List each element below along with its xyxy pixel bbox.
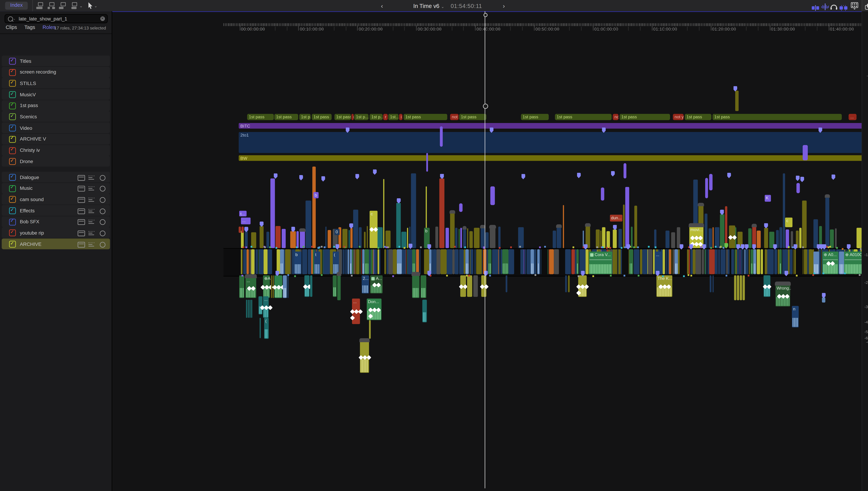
connected-clip[interactable]	[276, 226, 281, 248]
audio-components-icon[interactable]	[88, 219, 95, 224]
connected-clip[interactable]	[470, 231, 473, 248]
storyline-clip[interactable]	[447, 249, 452, 274]
marker-pin[interactable]	[611, 171, 615, 176]
role-row-effects[interactable]: Effects	[2, 205, 110, 216]
role-row-cam-sound[interactable]: cam sound	[2, 194, 110, 205]
focus-role-icon[interactable]	[100, 186, 106, 192]
storyline-clip[interactable]	[377, 249, 379, 274]
storyline-clip[interactable]	[431, 249, 433, 274]
storyline-clip[interactable]	[540, 249, 540, 274]
effects-browser-icon[interactable]	[865, 2, 868, 12]
storyline-clip[interactable]	[554, 249, 559, 274]
storyline-clip[interactable]	[774, 249, 777, 274]
connected-clip[interactable]	[735, 91, 739, 111]
storyline-clip[interactable]	[629, 249, 633, 274]
storyline-clip[interactable]	[311, 249, 313, 274]
connected-clip[interactable]	[557, 227, 561, 248]
clip-b[interactable]: b	[313, 192, 318, 198]
storyline-clip[interactable]	[743, 249, 744, 274]
connected-audio-clip[interactable]	[412, 275, 419, 298]
storyline-clip[interactable]	[524, 249, 524, 274]
connected-audio-clip[interactable]	[473, 275, 478, 297]
role-checkbox[interactable]	[9, 241, 16, 248]
storyline-clip[interactable]	[486, 249, 488, 274]
connected-clip[interactable]	[364, 232, 365, 248]
clip-2[interactable]: 2...	[362, 275, 369, 293]
connected-clip[interactable]	[242, 227, 244, 233]
storyline-clip[interactable]	[408, 249, 412, 274]
storyline-clip[interactable]	[531, 249, 534, 274]
clip-n[interactable]: n	[792, 306, 799, 327]
storyline-clip[interactable]	[586, 249, 588, 274]
connected-clip[interactable]	[267, 232, 269, 248]
storyline-clip[interactable]	[420, 249, 421, 274]
connected-clip[interactable]	[383, 179, 384, 248]
storyline-clip[interactable]	[292, 249, 294, 274]
connected-clip[interactable]	[665, 231, 669, 248]
marker-pin[interactable]	[440, 174, 444, 179]
connected-audio-clip[interactable]	[333, 275, 337, 297]
title-bar-bitc[interactable]: BITC	[239, 123, 868, 128]
insert-clip-icon[interactable]	[48, 2, 56, 9]
todo-marker[interactable]: not...	[613, 114, 619, 120]
connected-clip[interactable]	[440, 126, 443, 146]
storyline-clip[interactable]	[302, 249, 307, 274]
todo-marker[interactable]: 1st pass	[620, 114, 670, 120]
overwrite-clip-icon[interactable]	[70, 2, 79, 9]
storyline-clip[interactable]	[419, 249, 419, 274]
connected-audio-clip[interactable]	[369, 320, 371, 339]
connected-clip[interactable]	[306, 201, 311, 248]
storyline-clip[interactable]	[757, 249, 760, 274]
todo-marker[interactable]: 1st pass	[555, 114, 612, 120]
chapter-marker-pin[interactable]	[724, 243, 728, 249]
select-tool-icon[interactable]	[88, 2, 93, 9]
todo-marker[interactable]: 1st p...	[299, 114, 311, 120]
connected-clip[interactable]	[251, 232, 256, 248]
storyline-clip[interactable]	[254, 249, 255, 274]
role-row-archive[interactable]: ARCHIVE	[2, 238, 110, 249]
storyline-clip[interactable]	[259, 249, 263, 274]
marker-pin[interactable]	[355, 174, 359, 179]
focus-role-icon[interactable]	[100, 175, 106, 180]
connected-audio-clip[interactable]	[743, 275, 745, 300]
storyline-clip[interactable]	[388, 249, 393, 274]
role-row-1st-pass[interactable]: 1st pass	[2, 100, 110, 111]
tab-tags[interactable]: Tags	[24, 24, 35, 30]
connected-clip[interactable]	[474, 228, 480, 248]
connected-clip[interactable]	[342, 229, 347, 248]
storyline-clip[interactable]	[429, 249, 431, 274]
role-row-musicv[interactable]: MusicV	[2, 89, 110, 100]
marker-pin[interactable]	[795, 176, 800, 181]
storyline-clip[interactable]	[571, 249, 575, 274]
connected-audio-clip[interactable]	[249, 300, 251, 318]
storyline-clip[interactable]	[747, 249, 748, 274]
connected-audio-clip[interactable]	[712, 275, 714, 292]
connected-clip[interactable]	[764, 228, 768, 248]
storyline-clip[interactable]	[761, 249, 763, 274]
todo-marker[interactable]: not y...	[450, 114, 459, 120]
storyline-clip[interactable]	[696, 249, 701, 274]
audio-components-icon[interactable]	[88, 242, 95, 246]
todo-marker[interactable]: r	[352, 114, 354, 120]
tab-clips[interactable]: Clips	[6, 24, 17, 30]
todo-marker[interactable]: i	[399, 114, 402, 120]
storyline-clip[interactable]	[379, 249, 380, 274]
role-checkbox[interactable]	[9, 103, 16, 109]
storyline-clip[interactable]	[765, 249, 767, 274]
storyline-clip[interactable]	[501, 249, 502, 274]
storyline-clip[interactable]	[839, 252, 844, 274]
storyline-clip[interactable]	[577, 249, 579, 274]
connected-audio-clip[interactable]	[246, 300, 247, 318]
storyline-clip[interactable]	[621, 249, 622, 274]
clip-[interactable]: (	[333, 252, 339, 274]
storyline-clip[interactable]	[721, 249, 726, 274]
focus-role-icon[interactable]	[100, 242, 106, 248]
storyline-clip[interactable]	[474, 249, 476, 274]
clip-t[interactable]: t	[314, 252, 320, 274]
connected-clip[interactable]	[460, 228, 462, 248]
storyline-clip[interactable]	[541, 249, 541, 274]
index-button[interactable]: Index	[5, 2, 28, 9]
connected-clip[interactable]	[709, 174, 712, 190]
storyline-clip[interactable]	[804, 249, 807, 274]
connected-clip[interactable]	[426, 153, 428, 172]
